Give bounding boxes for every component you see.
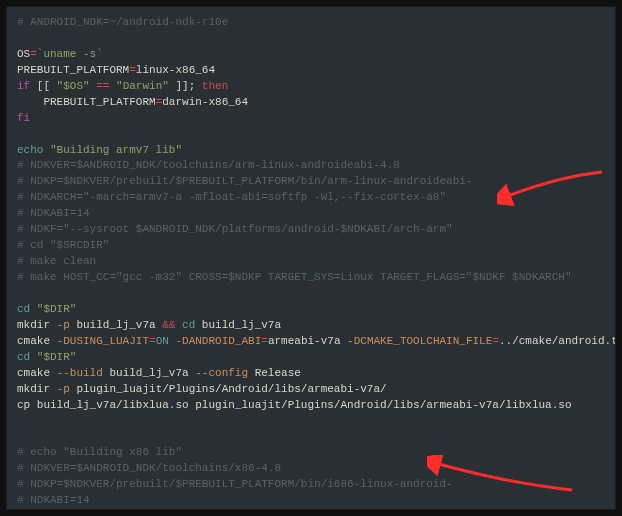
code-line: OS=`uname -s`	[17, 48, 103, 60]
code-line: # NDKP=$NDKVER/prebuilt/$PREBUILT_PLATFO…	[17, 175, 472, 187]
code-editor: # ANDROID_NDK=~/android-ndk-r10e OS=`una…	[6, 6, 616, 510]
code-line: PREBUILT_PLATFORM=darwin-x86_64	[17, 96, 248, 108]
code-line: cd "$DIR"	[17, 351, 76, 363]
code-line: cmake --build build_lj_v7a --config Rele…	[17, 367, 301, 379]
code-line: # NDKF="--sysroot $ANDROID_NDK/platforms…	[17, 223, 453, 235]
code-line: # make clean	[17, 255, 96, 267]
code-line: fi	[17, 112, 30, 124]
code-line: if [[ "$OS" == "Darwin" ]]; then	[17, 80, 228, 92]
code-line: # NDKVER=$ANDROID_NDK/toolchains/x86-4.8	[17, 462, 281, 474]
code-line: # make HOST_CC="gcc -m32" CROSS=$NDKP TA…	[17, 271, 572, 283]
code-line: # NDKABI=14	[17, 494, 90, 506]
code-line: cp build_lj_v7a/libxlua.so plugin_luajit…	[17, 399, 572, 411]
code-line: mkdir -p build_lj_v7a && cd build_lj_v7a	[17, 319, 281, 331]
code-line: echo "Building armv7 lib"	[17, 144, 182, 156]
code-line: # NDKARCH="-march=armv7-a -mfloat-abi=so…	[17, 191, 446, 203]
code-line: PREBUILT_PLATFORM=linux-x86_64	[17, 64, 215, 76]
code-line: # cd "$SRCDIR"	[17, 239, 109, 251]
code-line: # NDKABI=14	[17, 207, 90, 219]
code-block: # ANDROID_NDK=~/android-ndk-r10e OS=`una…	[17, 15, 605, 510]
code-line: # ANDROID_NDK=~/android-ndk-r10e	[17, 16, 228, 28]
code-line: # echo "Building x86 lib"	[17, 446, 182, 458]
code-line: mkdir -p plugin_luajit/Plugins/Android/l…	[17, 383, 387, 395]
code-line: cd "$DIR"	[17, 303, 76, 315]
code-line: # NDKP=$NDKVER/prebuilt/$PREBUILT_PLATFO…	[17, 478, 453, 490]
code-line: # NDKVER=$ANDROID_NDK/toolchains/arm-lin…	[17, 159, 400, 171]
code-line: cmake -DUSING_LUAJIT=ON -DANDROID_ABI=ar…	[17, 335, 616, 347]
